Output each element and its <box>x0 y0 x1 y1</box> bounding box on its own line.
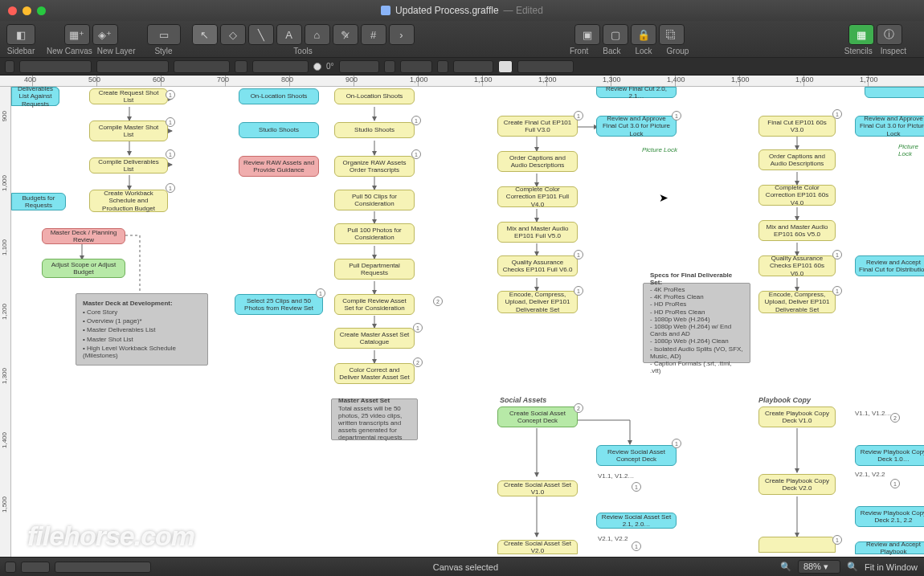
note-badge[interactable]: 1 <box>166 149 175 159</box>
point-edit-tool-button[interactable]: ✎̷ <box>333 24 358 45</box>
lock-button[interactable]: 🔒 <box>631 24 656 45</box>
flow-node[interactable] <box>758 537 836 553</box>
flow-node[interactable]: Mix and Master Audio EP101 Full V5.0 <box>497 222 578 243</box>
shape-tool-button[interactable]: ◇ <box>220 24 246 45</box>
flow-node[interactable]: Create Request Shot List <box>89 88 168 104</box>
flow-node[interactable]: Pull 50 Clips for Consideration <box>334 190 415 210</box>
crosshair-tool-button[interactable]: # <box>361 24 386 45</box>
new-canvas-button[interactable]: ▦⁺ <box>64 24 90 45</box>
sidebar-toggle-button[interactable]: ◧ <box>6 24 35 45</box>
note-badge[interactable]: 1 <box>316 288 325 298</box>
rotation-knob-icon[interactable] <box>313 63 321 71</box>
flow-node[interactable]: Compile Master Shot List <box>89 121 168 141</box>
flow-node[interactable]: Create Master Asset Set Catalogue <box>334 328 415 349</box>
flow-node[interactable]: Pull 100 Photos for Consideration <box>334 223 415 244</box>
flow-node[interactable]: Create Social Asset Set V1.0 <box>497 480 578 496</box>
prop-color-swatch[interactable] <box>498 60 513 73</box>
prop-seg7[interactable] <box>517 60 574 73</box>
zoom-in-icon[interactable]: 🔍 <box>847 562 858 572</box>
pen-tool-button[interactable]: ⌂ <box>305 24 330 45</box>
zoom-select[interactable]: 88% ▾ <box>798 560 840 574</box>
prop-align-v[interactable] <box>235 60 247 73</box>
note-badge[interactable]: 1 <box>832 535 842 545</box>
note-badge[interactable]: 1 <box>166 90 175 100</box>
note-badge[interactable]: 2 <box>574 403 583 413</box>
flow-node[interactable] <box>865 87 924 98</box>
note-block[interactable]: Master Deck at Development: • Core Story… <box>76 293 208 366</box>
prop-seg6[interactable] <box>453 60 493 73</box>
status-segment[interactable] <box>55 562 151 573</box>
flow-node[interactable]: On-Location Shoots <box>239 88 319 104</box>
note-badge[interactable]: 1 <box>672 439 681 448</box>
flow-node[interactable]: Final Cut EP101 60s V3.0 <box>758 116 836 137</box>
flow-node[interactable]: Review Playbook Copy Deck 1.0… <box>855 445 924 466</box>
browse-tool-button[interactable]: › <box>389 24 415 45</box>
flow-node[interactable]: Studio Shoots <box>239 122 319 138</box>
note-badge[interactable]: 1 <box>890 479 900 488</box>
close-icon[interactable] <box>8 6 17 15</box>
flow-node[interactable]: Review Social Asset Concept Deck <box>596 445 677 466</box>
selection-tool-button[interactable]: ↖ <box>192 24 218 45</box>
prop-seg3[interactable] <box>384 60 395 73</box>
flow-node[interactable]: Complete Color Correction EP101 60s V4.0 <box>758 185 836 206</box>
flow-node[interactable]: Order Captions and Audio Descriptions <box>758 149 836 170</box>
note-block[interactable]: Master Asset Set Total assets will be 50… <box>331 398 418 440</box>
note-badge[interactable]: 1 <box>574 111 583 121</box>
flow-node[interactable]: Organize RAW Assets Order Transcripts <box>334 156 415 177</box>
flow-node[interactable]: Color Correct and Deliver Master Asset S… <box>334 363 415 384</box>
note-block[interactable]: Specs for Final Deliverable Set: - 4K Pr… <box>643 283 750 363</box>
flow-node[interactable]: Compile Review Asset Set for Considerati… <box>334 294 415 315</box>
status-segment[interactable] <box>21 562 50 573</box>
prop-spacing[interactable] <box>252 60 309 73</box>
prop-size-select[interactable] <box>174 60 230 73</box>
prop-seg2[interactable] <box>339 60 379 73</box>
group-button[interactable]: ⿻ <box>659 24 685 45</box>
flow-node[interactable]: Master Deck / Planning Review <box>42 228 125 244</box>
prop-font-select[interactable] <box>19 60 92 73</box>
flow-node[interactable]: Encode, Compress, Upload, Deliver EP101 … <box>497 291 578 313</box>
flow-node[interactable]: On-Location Shoots <box>334 88 415 104</box>
flow-node[interactable]: Adjust Scope or Adjust Budget <box>42 259 125 278</box>
flow-node[interactable]: Create Social Asset Set V2.0 <box>497 540 578 554</box>
flow-node[interactable]: Select 25 Clips and 50 Photos from Revie… <box>235 294 323 315</box>
flow-node[interactable]: Studio Shoots <box>334 122 415 138</box>
flow-node[interactable]: Mix and Master Audio EP101 60s V5.0 <box>758 220 836 241</box>
flow-node[interactable]: Review and Approve Final Cut 3.0 for Pic… <box>855 116 924 137</box>
note-badge[interactable]: 1 <box>832 109 842 119</box>
new-layer-button[interactable]: ◈⁺ <box>92 24 118 45</box>
zoom-icon[interactable] <box>37 6 46 15</box>
prop-seg5[interactable] <box>437 60 448 73</box>
inspect-button[interactable]: ⓘ <box>877 24 902 45</box>
flow-node[interactable]: Complete Color Correction EP101 Full V4.… <box>497 186 578 207</box>
flow-node[interactable]: Encode, Compress, Upload, Deliver EP101 … <box>758 291 836 313</box>
note-badge[interactable]: 1 <box>166 117 175 127</box>
note-badge[interactable]: 1 <box>574 286 583 296</box>
note-badge[interactable]: 1 <box>832 250 842 259</box>
note-badge[interactable]: 2 <box>890 413 900 423</box>
flow-node[interactable]: Compile Deliverables List <box>89 157 168 174</box>
flow-node[interactable]: Order Captions and Audio Descriptions <box>497 151 578 172</box>
stencils-button[interactable]: ▦ <box>848 24 874 45</box>
style-tray-button[interactable]: ▭ <box>147 24 181 45</box>
note-badge[interactable]: 1 <box>411 149 421 159</box>
line-tool-button[interactable]: ╲ <box>248 24 274 45</box>
zoom-out-icon[interactable]: 🔍 <box>780 562 791 572</box>
note-badge[interactable]: 1 <box>632 541 641 551</box>
flow-node[interactable]: Review Playbook Copy Deck 2.1, 2.2 <box>855 506 924 527</box>
flow-node[interactable]: Create Workback Schedule and Production … <box>89 190 168 212</box>
note-badge[interactable]: 1 <box>832 286 842 296</box>
flow-node[interactable]: Review and Approve Final Cut 3.0 for Pic… <box>596 116 677 137</box>
canvas[interactable]: Departmental Requests Deliverables List … <box>11 87 924 557</box>
flow-node[interactable]: Review Final Cut 2.0, 2.1… <box>596 87 677 98</box>
flow-node[interactable]: Create Final Cut EP101 Full V3.0 <box>497 116 578 137</box>
flow-node[interactable]: Pull Departmental Requests <box>334 259 415 280</box>
bring-front-button[interactable]: ▣ <box>574 24 600 45</box>
prop-style-select[interactable] <box>96 60 169 73</box>
note-badge[interactable]: 1 <box>166 183 175 193</box>
flow-node[interactable]: Review Social Asset Set 2.1, 2.0… <box>596 513 677 529</box>
note-badge[interactable]: 1 <box>574 250 583 259</box>
prop-seg[interactable] <box>5 60 14 73</box>
text-tool-button[interactable]: A <box>276 24 302 45</box>
minimize-icon[interactable] <box>22 6 31 15</box>
note-badge[interactable]: 1 <box>672 111 681 121</box>
